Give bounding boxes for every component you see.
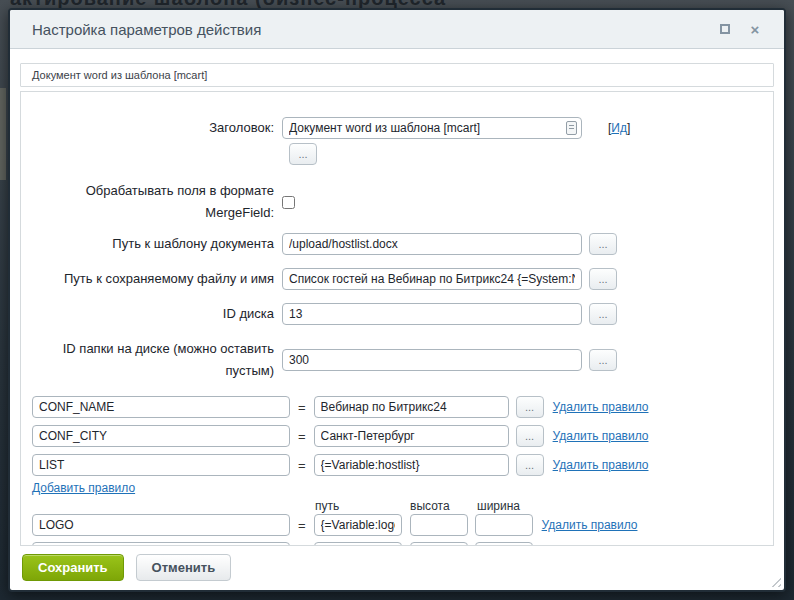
equals-sign: = — [298, 518, 306, 533]
action-name-header: Документ word из шаблона [mcart] — [20, 63, 774, 87]
maximize-icon — [720, 24, 730, 34]
rule-dots-button[interactable]: ... — [516, 425, 544, 447]
insert-value-icon[interactable] — [566, 121, 577, 135]
rule-value-input[interactable] — [314, 396, 509, 418]
image-row: = Удалить правило — [32, 514, 773, 536]
rule-dots-button[interactable]: ... — [516, 454, 544, 476]
delete-rule-link[interactable]: Удалить правило — [553, 458, 649, 472]
close-icon: × — [751, 22, 760, 37]
dialog-title: Настройка параметров действия — [32, 21, 706, 38]
image-name-input[interactable] — [32, 514, 290, 536]
template-path-dots-button[interactable]: ... — [589, 233, 617, 255]
image-width-input[interactable] — [475, 542, 533, 546]
equals-sign: = — [298, 546, 306, 547]
save-path-input[interactable] — [282, 268, 582, 290]
rule-value-input[interactable] — [314, 454, 509, 476]
folder-id-row: ID папки на диске (можно оставить пустым… — [21, 338, 773, 382]
image-width-input[interactable] — [475, 514, 533, 536]
equals-sign: = — [298, 429, 306, 444]
height-column-header: высота — [410, 499, 450, 513]
image-headers: путь высота ширина — [21, 499, 773, 514]
mergefield-label: Обрабатывать поля в формате MergeField: — [21, 180, 274, 224]
title-dots-button[interactable]: ... — [289, 143, 317, 165]
rule-name-input[interactable] — [32, 396, 290, 418]
title-row: Заголовок: [Ид] — [21, 117, 773, 139]
equals-sign: = — [298, 458, 306, 473]
image-height-input[interactable] — [410, 514, 468, 536]
template-path-label: Путь к шаблону документа — [21, 233, 274, 255]
rule-row: = ... Удалить правило — [32, 425, 773, 447]
save-path-dots-button[interactable]: ... — [589, 268, 617, 290]
image-row: = Удалить правило — [32, 542, 773, 546]
disk-id-dots-button[interactable]: ... — [589, 303, 617, 325]
title-label: Заголовок: — [21, 117, 274, 139]
rule-row: = ... Удалить правило — [32, 454, 773, 476]
backdrop-page-title-text: актирование шаблона (бизнес-процесса — [10, 0, 446, 8]
rule-value-input[interactable] — [314, 425, 509, 447]
backdrop-left-fragment — [0, 88, 6, 180]
maximize-button[interactable] — [714, 18, 736, 40]
image-name-input[interactable] — [32, 542, 290, 546]
rule-dots-button[interactable]: ... — [516, 396, 544, 418]
close-button[interactable]: × — [744, 18, 766, 40]
disk-id-input[interactable] — [282, 303, 582, 325]
title-input[interactable] — [282, 117, 582, 139]
dialog-titlebar: Настройка параметров действия × — [10, 10, 784, 49]
save-path-label: Путь к сохраняемому файлу и имя — [21, 268, 274, 290]
settings-form: Заголовок: [Ид] ... Обрабатывать поля в … — [20, 91, 774, 546]
rule-row: = ... Удалить правило — [32, 396, 773, 418]
image-height-input[interactable] — [410, 542, 468, 546]
path-column-header: путь — [315, 499, 339, 513]
disk-id-label: ID диска — [21, 303, 274, 325]
template-path-input[interactable] — [282, 233, 582, 255]
equals-sign: = — [298, 400, 306, 415]
id-link-wrap: [Ид] — [608, 121, 630, 135]
image-path-input[interactable] — [314, 542, 402, 546]
delete-image-link[interactable]: Удалить правило — [542, 518, 638, 532]
folder-id-dots-button[interactable]: ... — [589, 349, 617, 371]
backdrop-page-title: актирование шаблона (бизнес-процесса — [0, 0, 794, 8]
id-link[interactable]: Ид — [611, 121, 627, 135]
width-column-header: ширина — [477, 499, 520, 513]
delete-rule-link[interactable]: Удалить правило — [553, 400, 649, 414]
mergefield-row: Обрабатывать поля в формате MergeField: — [21, 180, 773, 224]
template-path-row: Путь к шаблону документа ... — [21, 233, 773, 255]
action-settings-dialog: Настройка параметров действия × Документ… — [8, 8, 786, 592]
dialog-footer: Сохранить Отменить — [22, 554, 784, 581]
image-path-input[interactable] — [314, 514, 402, 536]
cancel-button[interactable]: Отменить — [136, 554, 232, 581]
delete-rule-link[interactable]: Удалить правило — [553, 429, 649, 443]
rule-name-input[interactable] — [32, 425, 290, 447]
mergefield-checkbox[interactable] — [282, 196, 295, 209]
save-path-row: Путь к сохраняемому файлу и имя ... — [21, 268, 773, 290]
disk-id-row: ID диска ... — [21, 303, 773, 325]
title-input-wrap — [282, 117, 582, 139]
save-button[interactable]: Сохранить — [22, 554, 124, 581]
folder-id-label: ID папки на диске (можно оставить пустым… — [21, 338, 274, 382]
title-dots-row: ... — [282, 143, 773, 165]
add-rule-link[interactable]: Добавить правило — [32, 481, 135, 495]
folder-id-input[interactable] — [282, 349, 582, 371]
id-link-close: ] — [627, 121, 630, 135]
rule-name-input[interactable] — [32, 454, 290, 476]
